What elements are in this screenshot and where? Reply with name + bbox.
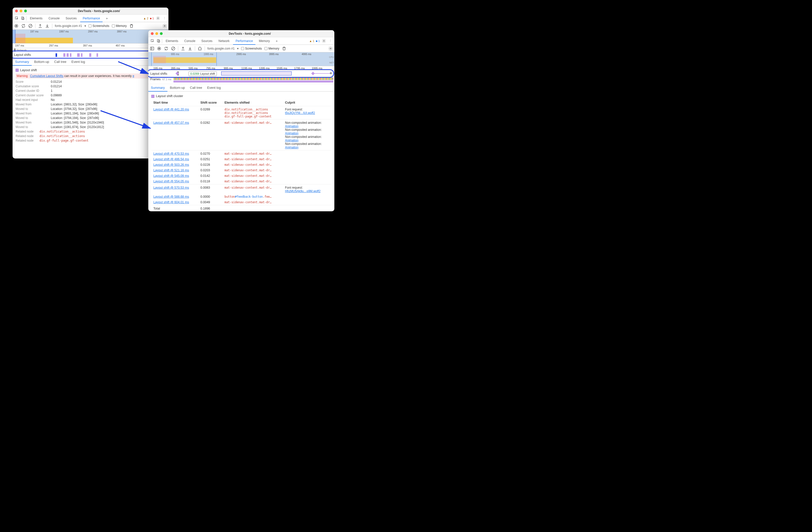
layout-shift-link[interactable]: Layout shift @ 570.53 ms (153, 186, 189, 190)
device-icon[interactable] (156, 39, 161, 43)
kebab-icon[interactable]: ⋮ (162, 16, 167, 21)
zoom-icon[interactable] (160, 32, 163, 35)
gc-icon[interactable] (129, 24, 134, 28)
minimize-icon[interactable] (155, 32, 158, 35)
dropdown-icon[interactable]: ▾ (237, 47, 238, 50)
inspect-icon[interactable] (14, 16, 19, 21)
tab-more[interactable]: » (104, 15, 110, 22)
settings-icon[interactable] (162, 24, 167, 28)
error-badge[interactable]: ■ 1 (150, 17, 154, 20)
layout-shift-link[interactable]: Layout shift @ 554.05 ms (153, 180, 189, 183)
gear-icon[interactable] (321, 39, 326, 43)
culprit-link[interactable]: Animation (285, 146, 299, 149)
subtab-eventlog[interactable]: Event log (69, 58, 87, 66)
layout-shift-link[interactable]: Layout shift @ 470.53 ms (153, 152, 189, 155)
close-icon[interactable] (151, 32, 154, 35)
clear-icon[interactable] (171, 46, 175, 51)
time-axis[interactable]: 197 ms 297 ms 397 ms 497 ms 597 ms (13, 43, 169, 48)
minimize-icon[interactable] (19, 10, 23, 12)
layout-shift-link[interactable]: Layout shift @ 521.16 ms (153, 169, 189, 172)
shifted-element[interactable]: mat-sidenav-content.mat-dr… (224, 174, 281, 178)
evolved-link[interactable]: e (132, 74, 134, 78)
tab-sources[interactable]: Sources (63, 15, 79, 22)
sidebar-icon[interactable] (150, 46, 154, 51)
tab-elements[interactable]: Elements (27, 15, 45, 22)
shifted-element[interactable]: mat-sidenav-content.mat-dr… (224, 152, 281, 155)
layout-shift-link[interactable]: Layout shift @ 604.01 ms (153, 200, 189, 204)
shifted-element[interactable]: mat-sidenav-content.mat-dr… (224, 163, 281, 167)
tab-memory[interactable]: Memory (257, 37, 272, 45)
tab-sources[interactable]: Sources (199, 37, 215, 45)
layout-shift-link[interactable]: Layout shift @ 457.07 ms (153, 121, 189, 125)
shifted-element[interactable]: button#feedback-button.fee… (224, 195, 281, 198)
layout-shift-link[interactable]: Layout shift @ 441.20 ms (153, 108, 189, 111)
memory-checkbox[interactable]: Memory (264, 47, 279, 50)
shifted-element[interactable]: mat-sidenav-content.mat-dr… (224, 180, 281, 183)
shifted-element[interactable]: mat-sidenav-content.mat-dr… (224, 157, 281, 161)
tab-performance[interactable]: Performance (80, 15, 103, 22)
reload-icon[interactable] (164, 46, 169, 51)
subtab-bottomup[interactable]: Bottom-up (168, 84, 188, 92)
overview-timeline[interactable]: 995 ms 1995 ms 2995 ms 3995 ms 4995 ms C… (148, 52, 334, 66)
record-icon[interactable] (14, 24, 19, 28)
layout-shift-link[interactable]: Layout shift @ 545.09 ms (153, 174, 189, 178)
home-icon[interactable] (198, 46, 202, 51)
upload-icon[interactable] (38, 24, 43, 28)
kebab-icon[interactable]: ⋮ (328, 39, 333, 43)
tab-performance[interactable]: Performance (233, 37, 256, 45)
close-icon[interactable] (15, 10, 18, 12)
culprit-link[interactable]: Animation (285, 125, 299, 128)
tab-console[interactable]: Console (182, 37, 198, 45)
related-node[interactable]: div.notification__actions (40, 130, 85, 133)
tab-network[interactable]: Network (216, 37, 232, 45)
cls-link[interactable]: Cumulative Layout Shifts (30, 74, 63, 78)
warning-badge[interactable]: ▲ 2 (143, 17, 148, 20)
subtab-eventlog[interactable]: Event log (205, 84, 223, 92)
shifted-element[interactable]: mat-sidenav-content.mat-dr… (224, 200, 281, 204)
subtab-bottomup[interactable]: Bottom-up (32, 58, 52, 66)
gear-icon[interactable] (155, 16, 160, 21)
overview-timeline[interactable]: 197 ms 1997 ms 2997 ms 3997 ms (13, 30, 169, 43)
culprit-link[interactable]: Animation (285, 139, 299, 142)
culprit-link[interactable]: HhzMU5Ak9u…p9M.woff2 (285, 190, 320, 193)
upload-icon[interactable] (181, 46, 185, 51)
clear-icon[interactable] (28, 24, 33, 28)
record-icon[interactable] (157, 46, 161, 51)
shifted-element[interactable]: div.notification__actions (224, 108, 281, 111)
settings-icon[interactable] (328, 46, 333, 51)
layout-shift-link[interactable]: Layout shift @ 486.54 ms (153, 157, 189, 161)
layout-shift-link[interactable]: Layout shift @ 588.68 ms (153, 195, 189, 198)
culprit-link[interactable]: Animation (285, 131, 299, 135)
recording-selector[interactable]: fonts.google.com #1 (207, 47, 234, 50)
culprit-link[interactable]: t5sJIQcYNI…lUI.woff2 (285, 111, 315, 115)
info-badge[interactable]: ■ 1 (316, 40, 320, 42)
tab-elements[interactable]: Elements (163, 37, 181, 45)
screenshots-checkbox[interactable]: Screenshots (241, 47, 262, 50)
download-icon[interactable] (188, 46, 192, 51)
tab-console[interactable]: Console (46, 15, 62, 22)
warning-badge[interactable]: ▲ 1 (309, 40, 314, 42)
gc-icon[interactable] (282, 46, 286, 51)
download-icon[interactable] (45, 24, 49, 28)
dropdown-icon[interactable]: ▾ (85, 24, 86, 28)
inspect-icon[interactable] (150, 39, 155, 43)
shifted-element[interactable]: mat-sidenav-content.mat-dr… (224, 121, 281, 125)
device-icon[interactable] (20, 16, 25, 21)
reload-icon[interactable] (21, 24, 26, 28)
related-node[interactable]: div.notification__actions (40, 134, 85, 138)
subtab-calltree[interactable]: Call tree (188, 84, 205, 92)
shifted-element[interactable]: div.notification__actions (224, 111, 281, 115)
shifted-element[interactable]: mat-sidenav-content.mat-dr… (224, 186, 281, 190)
zoom-icon[interactable] (24, 10, 27, 12)
recording-selector[interactable]: fonts.google.com #1 (55, 24, 82, 28)
subtab-summary[interactable]: Summary (148, 84, 168, 92)
shifted-element[interactable]: mat-sidenav-content.mat-dr… (224, 169, 281, 172)
shifted-element[interactable]: div.gf-full-page.gf-content (224, 115, 281, 118)
subtab-calltree[interactable]: Call tree (52, 58, 69, 66)
frames-track[interactable]: Frames 67.1 ms (148, 77, 334, 84)
tab-more[interactable]: » (273, 37, 280, 45)
memory-checkbox[interactable]: Memory (112, 24, 127, 28)
related-node[interactable]: div.gf-full-page.gf-content (40, 139, 88, 142)
subtab-summary[interactable]: Summary (13, 58, 32, 66)
layout-shift-link[interactable]: Layout shift @ 503.26 ms (153, 163, 189, 167)
